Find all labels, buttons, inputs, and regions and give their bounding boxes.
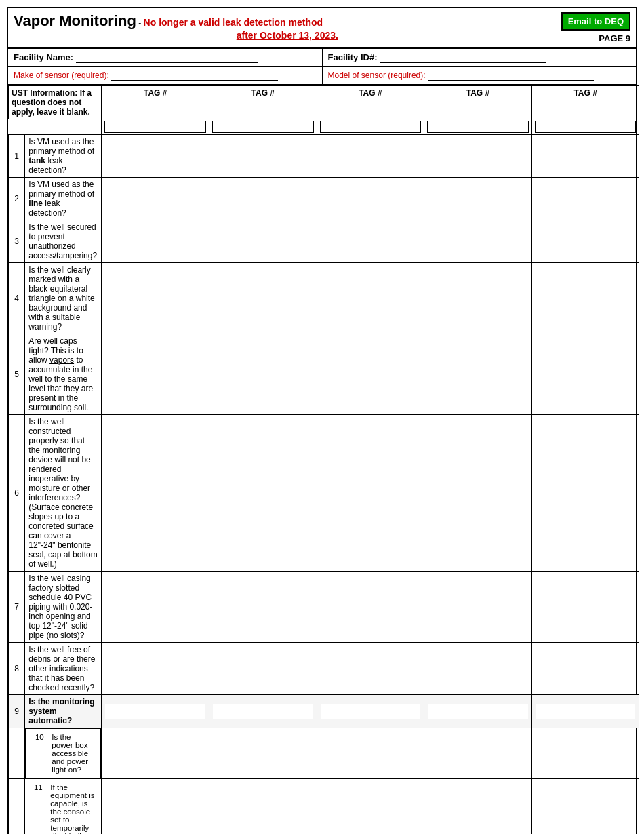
q11-tag3-input[interactable]: [321, 813, 421, 834]
q3-tag5-input[interactable]: [536, 232, 636, 251]
q1-ans-1[interactable]: [102, 135, 209, 178]
q3-ans-1[interactable]: [102, 220, 209, 263]
q4-tag2-input[interactable]: [213, 287, 313, 309]
q2-ans-1[interactable]: [102, 178, 209, 220]
q3-ans-5[interactable]: [531, 220, 639, 263]
q9-ans-2[interactable]: [209, 695, 317, 728]
q7-ans-3[interactable]: [317, 572, 424, 643]
q9-tag3-input[interactable]: [321, 704, 421, 719]
q10-tag2-input[interactable]: [213, 746, 313, 761]
q2-ans-5[interactable]: [531, 178, 639, 220]
tag-input-4[interactable]: [427, 121, 529, 133]
q7-tag4-input[interactable]: [428, 596, 528, 618]
q7-ans-4[interactable]: [424, 572, 532, 643]
q2-tag5-input[interactable]: [536, 191, 636, 206]
q10-tag3-input[interactable]: [321, 746, 421, 761]
q7-ans-5[interactable]: [531, 572, 639, 643]
q3-tag3-input[interactable]: [321, 232, 421, 251]
q5-tag2-input[interactable]: [213, 359, 313, 389]
q11-tag2-input[interactable]: [213, 813, 313, 834]
q10-ans-3[interactable]: [317, 728, 424, 779]
q5-tag4-input[interactable]: [428, 359, 528, 389]
q1-tag3-input[interactable]: [321, 148, 421, 163]
q1-ans-2[interactable]: [209, 135, 317, 178]
q6-tag2-input[interactable]: [213, 470, 313, 516]
tag-input-1[interactable]: [104, 121, 206, 133]
q9-ans-5[interactable]: [531, 695, 639, 728]
q7-ans-1[interactable]: [102, 572, 209, 643]
email-deq-button[interactable]: Email to DEQ: [561, 12, 630, 31]
q1-ans-4[interactable]: [424, 135, 532, 178]
q9-tag1-input[interactable]: [105, 704, 205, 719]
q6-tag5-input[interactable]: [536, 470, 636, 516]
sensor-model-input[interactable]: [428, 71, 595, 81]
q3-tag4-input[interactable]: [428, 232, 528, 251]
q7-tag1-input[interactable]: [105, 596, 205, 618]
q9-ans-3[interactable]: [317, 695, 424, 728]
q8-tag1-input[interactable]: [105, 658, 205, 679]
q6-tag1-input[interactable]: [105, 470, 205, 516]
tag-input-cell-3[interactable]: [317, 119, 424, 135]
q2-tag3-input[interactable]: [321, 191, 421, 206]
q6-tag3-input[interactable]: [321, 470, 421, 516]
q5-ans-4[interactable]: [424, 334, 532, 415]
q3-ans-3[interactable]: [317, 220, 424, 263]
q5-tag5-input[interactable]: [536, 359, 636, 389]
q11-tag5-input[interactable]: [536, 813, 636, 834]
q10-ans-1[interactable]: [102, 728, 209, 779]
q9-tag2-input[interactable]: [213, 704, 313, 719]
q4-ans-5[interactable]: [531, 263, 639, 334]
q8-ans-2[interactable]: [209, 643, 317, 695]
q1-tag4-input[interactable]: [428, 148, 528, 163]
q10-tag5-input[interactable]: [536, 746, 636, 761]
q11-ans-1[interactable]: [102, 779, 209, 835]
q7-tag3-input[interactable]: [321, 596, 421, 618]
q3-tag1-input[interactable]: [105, 232, 205, 251]
tag-input-5[interactable]: [535, 121, 637, 133]
tag-input-3[interactable]: [320, 121, 422, 133]
q5-tag3-input[interactable]: [321, 359, 421, 389]
q8-ans-5[interactable]: [531, 643, 639, 695]
q1-tag1-input[interactable]: [105, 148, 205, 163]
q2-ans-4[interactable]: [424, 178, 532, 220]
q10-ans-5[interactable]: [531, 728, 639, 779]
q9-tag4-input[interactable]: [428, 704, 528, 719]
q4-ans-1[interactable]: [102, 263, 209, 334]
q4-tag1-input[interactable]: [105, 287, 205, 309]
q1-ans-3[interactable]: [317, 135, 424, 178]
q5-ans-5[interactable]: [531, 334, 639, 415]
sensor-make-input[interactable]: [111, 71, 278, 81]
tag-input-cell-5[interactable]: [531, 119, 639, 135]
q11-tag4-input[interactable]: [428, 813, 528, 834]
q8-tag2-input[interactable]: [213, 658, 313, 679]
q11-ans-2[interactable]: [209, 779, 317, 835]
q2-ans-2[interactable]: [209, 178, 317, 220]
q5-ans-3[interactable]: [317, 334, 424, 415]
q10-ans-4[interactable]: [424, 728, 532, 779]
q7-tag5-input[interactable]: [536, 596, 636, 618]
q6-ans-5[interactable]: [531, 415, 639, 572]
q11-ans-4[interactable]: [424, 779, 532, 835]
q4-tag4-input[interactable]: [428, 287, 528, 309]
q6-ans-2[interactable]: [209, 415, 317, 572]
q1-ans-5[interactable]: [531, 135, 639, 178]
q1-tag2-input[interactable]: [213, 148, 313, 163]
q2-tag4-input[interactable]: [428, 191, 528, 206]
q6-ans-1[interactable]: [102, 415, 209, 572]
q10-ans-2[interactable]: [209, 728, 317, 779]
q6-ans-4[interactable]: [424, 415, 532, 572]
facility-name-input[interactable]: [76, 53, 258, 63]
q11-ans-5[interactable]: [531, 779, 639, 835]
q6-ans-3[interactable]: [317, 415, 424, 572]
q3-ans-2[interactable]: [209, 220, 317, 263]
q1-tag5-input[interactable]: [536, 148, 636, 163]
q5-ans-2[interactable]: [209, 334, 317, 415]
q10-tag4-input[interactable]: [428, 746, 528, 761]
q9-ans-4[interactable]: [424, 695, 532, 728]
q4-tag3-input[interactable]: [321, 287, 421, 309]
tag-input-2[interactable]: [212, 121, 314, 133]
q8-tag5-input[interactable]: [536, 658, 636, 679]
q7-tag2-input[interactable]: [213, 596, 313, 618]
q10-tag1-input[interactable]: [105, 746, 205, 761]
q6-tag4-input[interactable]: [428, 470, 528, 516]
